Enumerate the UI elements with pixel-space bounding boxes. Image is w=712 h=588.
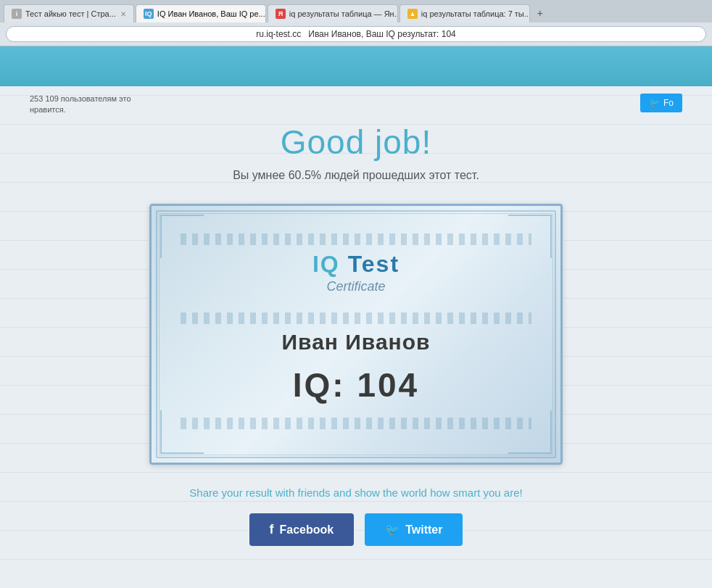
fb-like-area: 253 109 пользователям это нравится. — [30, 94, 131, 116]
corner-tl — [160, 215, 204, 258]
cert-iq-value: 104 — [357, 366, 419, 404]
twitter-label: Twitter — [405, 523, 442, 537]
twitter-button[interactable]: 🐦 Twitter — [365, 513, 463, 546]
sub-heading: Вы умнее 60.5% людей прошедших этот тест… — [44, 169, 668, 182]
tab-4-label: iq результаты таблица: 7 ты... — [421, 9, 530, 18]
cert-iq: IQ: 104 — [181, 365, 531, 405]
facebook-button[interactable]: f Facebook — [249, 513, 355, 546]
main-heading: Good job! — [44, 123, 668, 162]
cert-border-bottom — [181, 418, 531, 429]
tab-bar: i Тест айкью тест | Стра... ✕ IQ IQ Иван… — [0, 0, 712, 22]
tab-4-icon: ▲ — [407, 9, 418, 19]
cert-title-iq: IQ — [312, 251, 340, 277]
tab-2[interactable]: IQ IQ Иван Иванов, Ваш IQ ре... ✕ — [136, 4, 266, 22]
page-content: 253 109 пользователям это нравится. 🐦 Fo… — [30, 86, 682, 582]
fb-like-text: 253 109 пользователям это нравится. — [30, 94, 131, 114]
browser-chrome: i Тест айкью тест | Стра... ✕ IQ IQ Иван… — [0, 0, 712, 46]
cert-border-top — [181, 233, 531, 245]
tab-2-icon: IQ — [144, 9, 154, 19]
new-tab-button[interactable]: + — [531, 4, 549, 22]
cert-iq-label: IQ: — [293, 366, 346, 404]
social-buttons: f Facebook 🐦 Twitter — [44, 513, 668, 546]
tab-3[interactable]: Я iq результаты таблица — Ян... ✕ — [268, 4, 398, 22]
tab-3-label: iq результаты таблица — Ян... — [289, 9, 398, 18]
share-text: Share your result with friends and show … — [44, 486, 668, 499]
cert-title-test: Test — [348, 251, 400, 277]
certificate-wrapper: IQ Test Certificate Иван Иванов IQ: 104 — [44, 204, 668, 465]
tab-3-icon: Я — [276, 9, 286, 19]
twitter-icon: 🐦 — [385, 523, 400, 537]
tab-1-close[interactable]: ✕ — [120, 10, 126, 18]
tab-2-label: IQ Иван Иванов, Ваш IQ ре... — [157, 9, 265, 18]
address-input[interactable] — [6, 26, 706, 42]
facebook-icon: f — [270, 522, 274, 537]
address-bar — [0, 22, 712, 46]
tab-4[interactable]: ▲ iq результаты таблица: 7 ты... ✕ — [400, 4, 530, 22]
facebook-label: Facebook — [280, 523, 334, 537]
corner-br — [508, 410, 552, 454]
corner-tr — [508, 215, 552, 258]
twitter-top-label: Fo — [663, 98, 674, 108]
cert-name: Иван Иванов — [181, 330, 531, 355]
top-navigation-bar — [0, 46, 712, 86]
tab-1[interactable]: i Тест айкью тест | Стра... ✕ — [4, 4, 134, 22]
cert-subtitle: Certificate — [181, 279, 531, 294]
certificate: IQ Test Certificate Иван Иванов IQ: 104 — [149, 204, 563, 465]
cert-deco-line — [181, 312, 531, 324]
twitter-bird-icon: 🐦 — [649, 98, 660, 108]
twitter-top-button[interactable]: 🐦 Fo — [640, 94, 682, 112]
corner-bl — [160, 410, 204, 454]
cert-title: IQ Test — [181, 251, 531, 278]
tab-1-label: Тест айкью тест | Стра... — [25, 9, 116, 18]
tab-1-icon: i — [12, 9, 22, 19]
